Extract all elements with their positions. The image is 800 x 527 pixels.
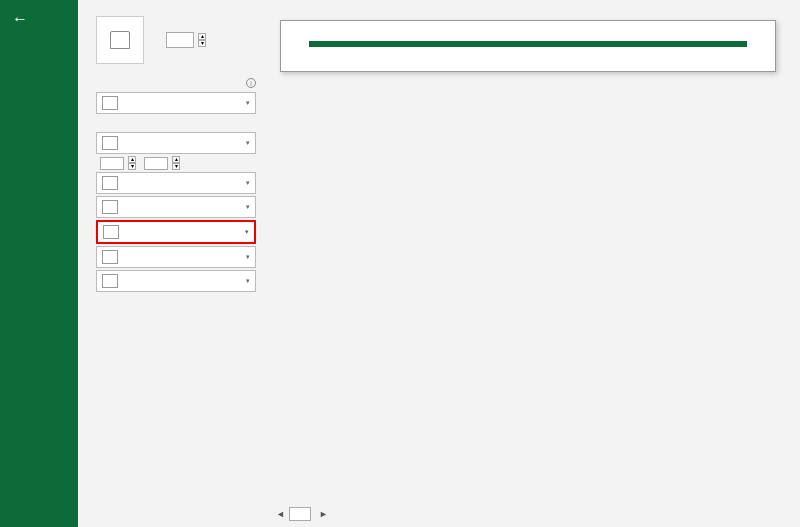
pages-to-input[interactable]: [144, 157, 168, 170]
copies-input[interactable]: [166, 32, 194, 48]
preview-page: [280, 20, 776, 72]
page-size-dropdown[interactable]: ▾: [96, 220, 256, 244]
margins-dropdown[interactable]: ▾: [96, 246, 256, 268]
print-button[interactable]: [96, 16, 144, 64]
main-panel: ▴▾ i ▾ ▾ ▴▾: [78, 0, 800, 527]
collated-icon: [102, 176, 118, 190]
scaling-icon: [102, 274, 118, 288]
printer-device-icon: [102, 96, 118, 110]
collation-dropdown[interactable]: ▾: [96, 172, 256, 194]
backstage-sidebar: ←: [0, 0, 78, 527]
page-size-icon: [103, 225, 119, 239]
portrait-icon: [102, 200, 118, 214]
sheets-icon: [102, 136, 118, 150]
printer-icon: [110, 31, 130, 49]
prev-page-button[interactable]: ◄: [276, 509, 285, 519]
orientation-dropdown[interactable]: ▾: [96, 196, 256, 218]
print-what-dropdown[interactable]: ▾: [96, 132, 256, 154]
margins-icon: [102, 250, 118, 264]
scaling-dropdown[interactable]: ▾: [96, 270, 256, 292]
next-page-button[interactable]: ►: [319, 509, 328, 519]
chevron-down-icon: ▾: [246, 99, 250, 107]
current-page-input[interactable]: [289, 507, 311, 521]
info-icon[interactable]: i: [246, 78, 256, 88]
page-navigator: ◄ ►: [96, 501, 800, 527]
pages-from-input[interactable]: [100, 157, 124, 170]
back-arrow[interactable]: ←: [0, 0, 78, 36]
printer-dropdown[interactable]: ▾: [96, 92, 256, 114]
preview-title: [309, 41, 747, 47]
print-preview: [280, 16, 800, 501]
copies-spinner[interactable]: ▴▾: [198, 33, 206, 47]
